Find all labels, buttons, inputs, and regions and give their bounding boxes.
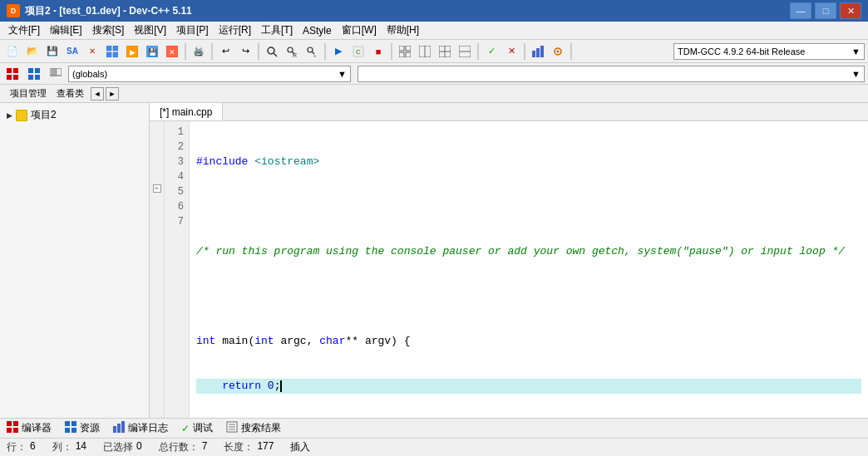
svg-rect-55 <box>117 424 121 433</box>
svg-rect-23 <box>406 52 411 57</box>
lg-3 <box>150 151 164 166</box>
grid-icon-1[interactable] <box>3 65 22 83</box>
save-button[interactable]: 💾 <box>43 42 62 61</box>
menu-view[interactable]: 视图[V] <box>129 22 171 39</box>
sidebar-root-item[interactable]: ▶ 项目2 <box>3 106 145 124</box>
svg-text:R: R <box>293 52 297 57</box>
compile-button[interactable]: C <box>349 42 367 61</box>
compile-log-icon <box>113 421 125 435</box>
svg-text:✕: ✕ <box>169 48 175 56</box>
expand-icon[interactable]: ▶ <box>7 111 12 120</box>
menu-file[interactable]: 文件[F] <box>3 22 45 39</box>
grid-3-button[interactable] <box>436 42 454 61</box>
bottom-tab-debug[interactable]: ✓ 调试 <box>178 419 216 437</box>
globals-chevron: ▼ <box>338 69 347 79</box>
chart-button[interactable] <box>529 42 547 61</box>
ln-5: 5 <box>171 184 184 199</box>
tab-icon[interactable] <box>47 65 65 83</box>
code-line-1: #include <iostream> <box>196 154 861 169</box>
bottom-tab-search[interactable]: 搜索结果 <box>223 419 284 437</box>
lg-2 <box>150 136 164 151</box>
bottom-tabs: 编译器 资源 编译日志 ✓ 调试 搜索结果 <box>0 418 868 438</box>
svg-rect-45 <box>52 68 57 76</box>
sep-1 <box>185 43 186 60</box>
bottom-tab-compile-log[interactable]: 编译日志 <box>110 419 171 437</box>
new-project-button[interactable] <box>103 42 121 61</box>
compiler-dropdown[interactable]: TDM-GCC 4.9.2 64-bit Release ▼ <box>673 43 865 60</box>
close-project-button[interactable]: ✕ <box>163 42 181 61</box>
svg-rect-49 <box>13 428 18 433</box>
panel-nav-left[interactable]: ◄ <box>91 87 104 101</box>
menu-edit[interactable]: 编辑[E] <box>45 22 87 39</box>
menu-search[interactable]: 搜索[S] <box>87 22 130 39</box>
open-project-button[interactable]: ▶ <box>123 42 141 61</box>
print-button[interactable]: 🖨️ <box>190 42 208 61</box>
undo-button[interactable]: ↩ <box>216 42 234 61</box>
run-button[interactable]: ▶ <box>329 42 348 61</box>
bottom-tab-compiler[interactable]: 编译器 <box>3 419 55 437</box>
stop-button[interactable]: ■ <box>369 42 387 61</box>
second-dropdown[interactable]: ▼ <box>358 66 865 82</box>
save-all-button[interactable]: SA <box>63 42 81 61</box>
menu-project[interactable]: 项目[P] <box>171 22 214 39</box>
minimize-button[interactable]: — <box>790 2 811 19</box>
svg-rect-51 <box>72 421 76 426</box>
fold-box-5[interactable]: − <box>153 184 161 193</box>
ln-6: 6 <box>171 199 184 214</box>
svg-rect-36 <box>7 68 12 73</box>
svg-text:+: + <box>313 53 317 57</box>
menu-astyle[interactable]: AStyle <box>298 23 337 38</box>
sep-7 <box>524 43 525 60</box>
status-bar: 行： 6 列： 14 已选择 0 总行数： 7 长度： 177 插入 <box>0 438 868 456</box>
open-button[interactable]: 📂 <box>23 42 42 61</box>
code-editor[interactable]: − 1 2 3 4 5 6 7 #include <iostr <box>150 121 868 418</box>
svg-rect-43 <box>35 75 40 80</box>
main-cpp-tab[interactable]: [*] main.cpp <box>150 103 223 120</box>
svg-rect-56 <box>121 421 125 433</box>
code-content[interactable]: #include <iostream> /* run this program … <box>190 121 868 418</box>
find-all-button[interactable]: + <box>303 42 321 61</box>
ln-3: 3 <box>171 154 184 169</box>
toolbar-row-1: 📄 📂 💾 SA ✕ ▶ 💾 ✕ 🖨️ ↩ ↪ <box>0 40 868 63</box>
resources-tab-icon <box>65 421 76 435</box>
x-button[interactable]: ✕ <box>502 42 520 61</box>
grid-icon-2[interactable] <box>25 65 43 83</box>
menu-window[interactable]: 窗口[W] <box>337 22 382 39</box>
second-chevron: ▼ <box>851 69 861 79</box>
check-button[interactable]: ✓ <box>482 42 501 61</box>
tab-view-class[interactable]: 查看类 <box>53 86 87 101</box>
menu-run[interactable]: 运行[R] <box>214 22 256 39</box>
close-file-button[interactable]: ✕ <box>83 42 101 61</box>
main-content: ▶ 项目2 [*] main.cpp <box>0 103 868 418</box>
bottom-tab-resources[interactable]: 资源 <box>62 419 103 437</box>
tab-label: [*] main.cpp <box>160 106 212 118</box>
close-button[interactable]: ✕ <box>840 2 861 19</box>
tools-button[interactable] <box>549 42 567 61</box>
grid-4-button[interactable] <box>456 42 474 61</box>
new-button[interactable]: 📄 <box>3 42 22 61</box>
menu-help[interactable]: 帮助[H] <box>382 22 424 39</box>
mode-value: 插入 <box>290 440 310 454</box>
save-project-button[interactable]: 💾 <box>143 42 161 61</box>
menu-tools[interactable]: 工具[T] <box>256 22 298 39</box>
panel-nav-right[interactable]: ► <box>106 87 119 101</box>
breakpoint-gutter: − <box>150 121 165 418</box>
maximize-button[interactable]: □ <box>815 2 836 19</box>
svg-rect-53 <box>72 428 76 433</box>
svg-rect-21 <box>406 46 411 51</box>
code-line-4 <box>196 289 861 304</box>
compile-log-label: 编译日志 <box>128 421 168 435</box>
svg-rect-31 <box>532 51 535 57</box>
find-button[interactable] <box>263 42 281 61</box>
tab-project-manager[interactable]: 项目管理 <box>7 86 50 101</box>
grid-2-button[interactable] <box>416 42 434 61</box>
redo-button[interactable]: ↪ <box>236 42 254 61</box>
grid-1-button[interactable] <box>396 42 414 61</box>
find-replace-button[interactable]: R <box>283 42 301 61</box>
line-numbers: 1 2 3 4 5 6 7 <box>165 121 190 418</box>
status-total: 总行数： 7 <box>159 440 208 454</box>
status-mode: 插入 <box>290 440 310 454</box>
globals-dropdown[interactable]: (globals) ▼ <box>68 66 351 82</box>
title-bar: D 项目2 - [test_01.dev] - Dev-C++ 5.11 — □… <box>0 0 868 22</box>
lg-6 <box>150 196 164 211</box>
